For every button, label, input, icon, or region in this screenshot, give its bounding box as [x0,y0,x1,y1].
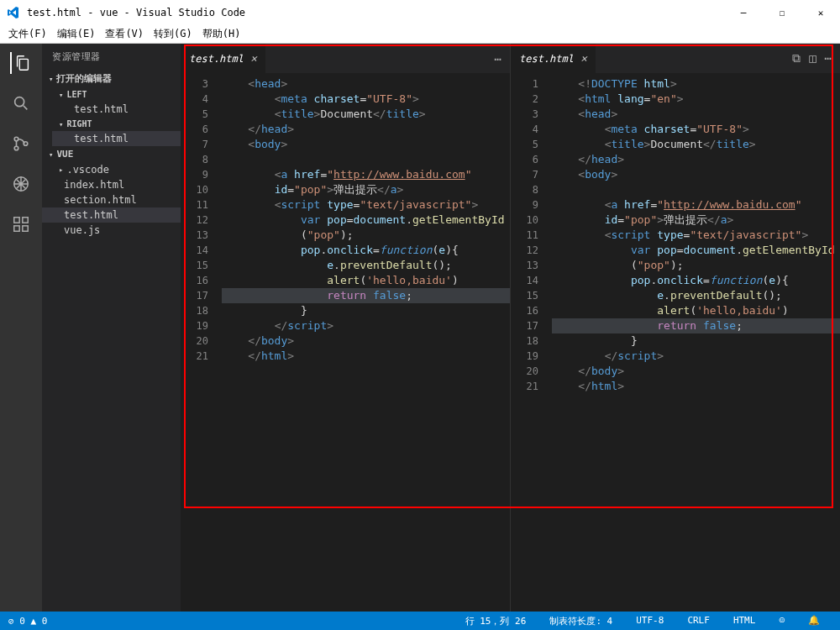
explorer-sidebar: 资源管理器 打开的编辑器 LEFT test.html RIGHT test.h… [42,44,181,612]
svg-rect-8 [23,218,28,223]
editor-group-right[interactable]: RIGHT [52,117,181,131]
tab-bar-left: test.html × ⋯ [181,44,510,73]
activity-bar [0,44,42,612]
source-control-icon[interactable] [10,133,32,155]
file-vue-js[interactable]: vue.js [42,223,181,238]
status-errors[interactable]: ⊘ 0 ▲ 0 [8,616,47,627]
menu-help[interactable]: 帮助(H) [202,27,241,41]
svg-rect-6 [14,226,19,231]
open-editor-left[interactable]: test.html [52,102,181,117]
menu-file[interactable]: 文件(F) [8,27,47,41]
status-position[interactable]: 行 15，列 26 [465,615,527,627]
maximize-button[interactable]: ☐ [769,8,795,18]
editor-group-left[interactable]: LEFT [52,87,181,102]
status-tabsize[interactable]: 制表符长度: 4 [549,615,612,627]
menu-edit[interactable]: 编辑(E) [57,27,96,41]
editor-pane-left: test.html × ⋯ 34567891011121314151617181… [181,44,510,612]
code-left[interactable]: <head> <meta charset="UTF-8"> <title>Doc… [218,73,510,612]
status-encoding[interactable]: UTF-8 [636,615,664,627]
tab-bar-right: test.html × ⧉ ◫ ⋯ [511,44,840,73]
svg-rect-7 [23,226,28,231]
svg-rect-5 [14,218,19,223]
open-editor-right[interactable]: test.html [52,131,181,146]
gutter-left: 3456789101112131415161718192021 [181,73,218,612]
tab-left-label: test.html [189,53,244,65]
tab-left[interactable]: test.html × [181,44,265,73]
debug-icon[interactable] [10,173,32,195]
code-right[interactable]: <!DOCTYPE html> <html lang="en"> <head> … [549,73,840,612]
gutter-right: 123456789101112131415161718192021 [511,73,549,612]
close-button[interactable]: ✕ [808,8,833,18]
status-bar: ⊘ 0 ▲ 0 行 15，列 26 制表符长度: 4 UTF-8 CRLF HT… [0,612,840,630]
svg-point-2 [14,146,18,150]
menu-view[interactable]: 查看(V) [105,27,144,41]
file-index-html[interactable]: index.html [42,177,181,192]
open-editors-header[interactable]: 打开的编辑器 [42,70,181,87]
file-test-html[interactable]: test.html [42,207,181,223]
tab-right[interactable]: test.html × [511,44,596,73]
window-title: test.html - vue - Visual Studio Code [27,7,731,18]
status-bell-icon[interactable]: 🔔 [808,615,820,627]
svg-point-0 [15,97,24,107]
vscode-icon [7,6,20,19]
menu-bar: 文件(F) 编辑(E) 查看(V) 转到(G) 帮助(H) [0,25,840,44]
editor-area: test.html × ⋯ 34567891011121314151617181… [181,44,840,612]
status-feedback-icon[interactable]: ☺ [779,615,785,627]
extensions-icon[interactable] [10,213,32,235]
status-eol[interactable]: CRLF [687,615,710,627]
svg-point-1 [14,137,18,141]
title-bar: test.html - vue - Visual Studio Code ─ ☐… [0,0,840,25]
status-language[interactable]: HTML [733,615,756,627]
compare-icon[interactable]: ⧉ [792,51,801,66]
file-section-html[interactable]: section.html [42,192,181,207]
file-vscode-folder[interactable]: .vscode [42,162,181,177]
minimize-button[interactable]: ─ [731,8,756,18]
tab-left-close-icon[interactable]: × [250,52,257,65]
explorer-icon[interactable] [10,52,32,74]
project-header[interactable]: VUE [42,146,181,162]
editor-pane-right: test.html × ⧉ ◫ ⋯ 1234567891011121314151… [510,44,840,612]
split-editor-icon[interactable]: ◫ [809,51,816,66]
tab-right-label: test.html [519,53,574,65]
search-icon[interactable] [10,92,32,114]
more-actions-right-icon[interactable]: ⋯ [825,51,832,66]
more-actions-icon[interactable]: ⋯ [495,52,501,66]
menu-go[interactable]: 转到(G) [154,27,192,41]
editor-left-code[interactable]: 3456789101112131415161718192021 <head> <… [181,73,510,612]
editor-right-code[interactable]: 123456789101112131415161718192021 <!DOCT… [511,73,840,612]
tab-right-close-icon[interactable]: × [580,52,587,65]
explorer-title: 资源管理器 [42,44,181,70]
